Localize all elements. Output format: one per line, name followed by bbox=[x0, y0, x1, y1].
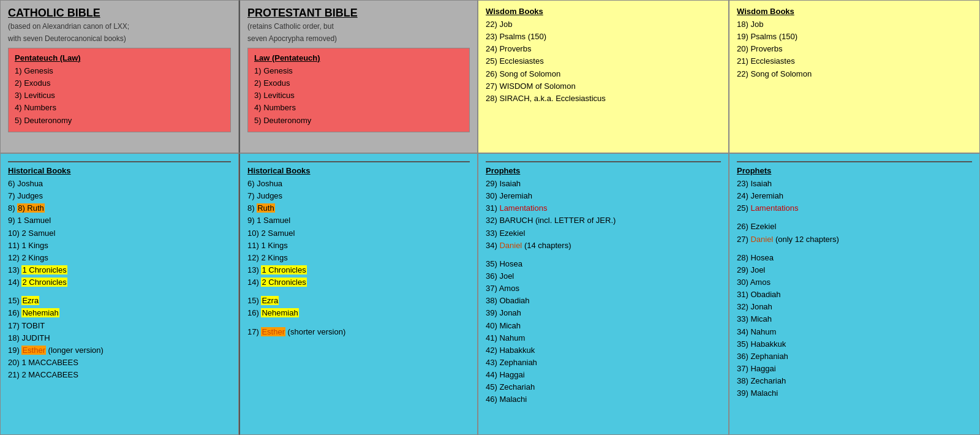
list-item: 37) Haggai bbox=[737, 363, 972, 375]
list-item: 5) Deuteronomy bbox=[15, 115, 224, 127]
list-item: 23) Psalms (150) bbox=[486, 31, 721, 43]
list-item: 17) TOBIT bbox=[8, 320, 231, 332]
list-item: 26) Song of Solomon bbox=[486, 68, 721, 80]
ezra-item: 15) Ezra bbox=[8, 295, 231, 307]
list-item: 22) Job bbox=[486, 18, 721, 31]
ruth-highlight: 8) Ruth bbox=[17, 203, 45, 213]
ezra-highlight-p: Ezra bbox=[261, 296, 279, 305]
list-item: 3) Leviticus bbox=[15, 89, 224, 102]
protestant-title: PROTESTANT BIBLE bbox=[247, 7, 470, 20]
cell-prophets-protestant: Prophets 23) Isaiah 24) Jeremiah 25) Lam… bbox=[729, 153, 980, 435]
list-item: 43) Zephaniah bbox=[486, 357, 721, 369]
list-item: 4) Numbers bbox=[254, 102, 463, 114]
list-item: 11) 1 Kings bbox=[247, 240, 470, 252]
cell-historical-catholic: Historical Books 6) Joshua 7) Judges 8) … bbox=[0, 153, 239, 435]
cell-wisdom-catholic: Wisdom Books 22) Job 23) Psalms (150) 24… bbox=[478, 0, 729, 153]
list-item: 30) Jeremiah bbox=[486, 190, 721, 202]
list-item: 7) Judges bbox=[247, 190, 470, 202]
ezra-item-p: 15) Ezra bbox=[247, 295, 470, 307]
law-catholic-header: Pentateuch (Law) bbox=[15, 53, 224, 62]
cell-prophets-catholic: Prophets 29) Isaiah 30) Jeremiah 31) Lam… bbox=[478, 153, 729, 435]
lamentations-item-p: 25) Lamentations bbox=[737, 202, 972, 214]
list-item: 21) Ecclesiastes bbox=[737, 55, 972, 67]
list-item: 29) Isaiah bbox=[486, 178, 721, 190]
esther-item: 19) Esther (longer version) bbox=[8, 344, 231, 357]
esther-suffix: (longer version) bbox=[46, 346, 104, 355]
list-item: 30) Amos bbox=[737, 276, 972, 289]
list-item: 37) Amos bbox=[486, 282, 721, 295]
daniel-item: 34) Daniel (14 chapters) bbox=[486, 240, 721, 252]
cell-catholic-header: CATHOLIC BIBLE (based on Alexandrian can… bbox=[0, 0, 239, 153]
prophets-catholic-header: Prophets bbox=[486, 161, 721, 175]
main-grid: CATHOLIC BIBLE (based on Alexandrian can… bbox=[0, 0, 980, 435]
daniel-text: Daniel bbox=[499, 241, 522, 250]
list-item: 33) Ezekiel bbox=[486, 227, 721, 240]
cell-wisdom-protestant: Wisdom Books 18) Job 19) Psalms (150) 20… bbox=[729, 0, 980, 153]
esther-suffix-p: (shorter version) bbox=[285, 327, 345, 336]
list-item: 9) 1 Samuel bbox=[247, 214, 470, 227]
wisdom-catholic-header: Wisdom Books bbox=[486, 7, 721, 16]
list-item: 24) Proverbs bbox=[486, 43, 721, 55]
catholic-title: CATHOLIC BIBLE bbox=[8, 7, 231, 20]
list-item: 4) Numbers bbox=[15, 102, 224, 114]
list-item: 45) Zechariah bbox=[486, 381, 721, 393]
list-item: 5) Deuteronomy bbox=[254, 115, 463, 127]
list-item: 32) BARUCH (incl. LETTER of JER.) bbox=[486, 214, 721, 227]
list-item: 32) Jonah bbox=[737, 301, 972, 313]
list-item: 10) 2 Samuel bbox=[8, 227, 231, 240]
list-item: 25) Ecclesiastes bbox=[486, 55, 721, 67]
2chronicles-highlight-p: 2 Chronicles bbox=[261, 278, 306, 287]
daniel-suffix-p: (only 12 chapters) bbox=[773, 235, 839, 244]
list-item: 2) Exodus bbox=[254, 77, 463, 89]
ruth-item-p: 8) Ruth bbox=[247, 202, 470, 214]
daniel-suffix: (14 chapters) bbox=[522, 241, 571, 250]
list-item: 12) 2 Kings bbox=[247, 252, 470, 264]
nehemiah-item: 16) Nehemiah bbox=[8, 307, 231, 319]
1chronicles-item-p: 13) 1 Chronicles bbox=[247, 264, 470, 276]
list-item: 7) Judges bbox=[8, 190, 231, 202]
list-item: 39) Jonah bbox=[486, 307, 721, 319]
2chronicles-highlight: 2 Chronicles bbox=[21, 278, 67, 287]
lamentations-text-p: Lamentations bbox=[750, 203, 798, 213]
1chronicles-highlight-p: 1 Chronicles bbox=[261, 265, 306, 274]
list-item: 18) JUDITH bbox=[8, 332, 231, 344]
list-item: 28) Hosea bbox=[737, 252, 972, 264]
list-item: 21) 2 MACCABEES bbox=[8, 369, 231, 381]
list-item: 23) Isaiah bbox=[737, 178, 972, 190]
list-item: 26) Ezekiel bbox=[737, 221, 972, 233]
list-item: 9) 1 Samuel bbox=[8, 214, 231, 227]
2chronicles-item-p: 14) 2 Chronicles bbox=[247, 276, 470, 289]
nehemiah-highlight: Nehemiah bbox=[21, 308, 59, 317]
list-item: 31) Obadiah bbox=[737, 289, 972, 301]
nehemiah-highlight-p: Nehemiah bbox=[261, 308, 298, 317]
list-item: 1) Genesis bbox=[254, 65, 463, 77]
list-item: 40) Micah bbox=[486, 320, 721, 332]
list-item: 39) Malachi bbox=[737, 387, 972, 399]
list-item: 42) Habakkuk bbox=[486, 344, 721, 357]
list-item: 11) 1 Kings bbox=[8, 240, 231, 252]
esther-highlight-p: Esther bbox=[261, 327, 285, 336]
list-item: 2) Exodus bbox=[15, 77, 224, 89]
list-item: 28) SIRACH, a.k.a. Ecclesiasticus bbox=[486, 93, 721, 105]
esther-highlight: Esther bbox=[21, 346, 46, 355]
list-item: 41) Nahum bbox=[486, 332, 721, 344]
list-item: 35) Hosea bbox=[486, 258, 721, 270]
list-item: 12) 2 Kings bbox=[8, 252, 231, 264]
list-item: 6) Joshua bbox=[247, 178, 470, 190]
daniel-text-p: Daniel bbox=[750, 235, 773, 244]
prophets-protestant-header: Prophets bbox=[737, 161, 972, 175]
list-item: 24) Jeremiah bbox=[737, 190, 972, 202]
lamentations-item: 31) Lamentations bbox=[486, 202, 721, 214]
list-item: 20) 1 MACCABEES bbox=[8, 357, 231, 369]
catholic-subtitle2: with seven Deuterocanonical books) bbox=[8, 34, 231, 43]
law-catholic-section: Pentateuch (Law) 1) Genesis 2) Exodus 3)… bbox=[8, 48, 231, 132]
daniel-item-p: 27) Daniel (only 12 chapters) bbox=[737, 233, 972, 246]
lamentations-text: Lamentations bbox=[499, 203, 547, 213]
ezra-highlight: Ezra bbox=[21, 296, 39, 305]
nehemiah-item-p: 16) Nehemiah bbox=[247, 307, 470, 319]
list-item: 6) Joshua bbox=[8, 178, 231, 190]
historical-catholic-header: Historical Books bbox=[8, 161, 231, 175]
list-item: 29) Joel bbox=[737, 264, 972, 276]
list-item: 33) Micah bbox=[737, 313, 972, 325]
list-item: 38) Obadiah bbox=[486, 295, 721, 307]
